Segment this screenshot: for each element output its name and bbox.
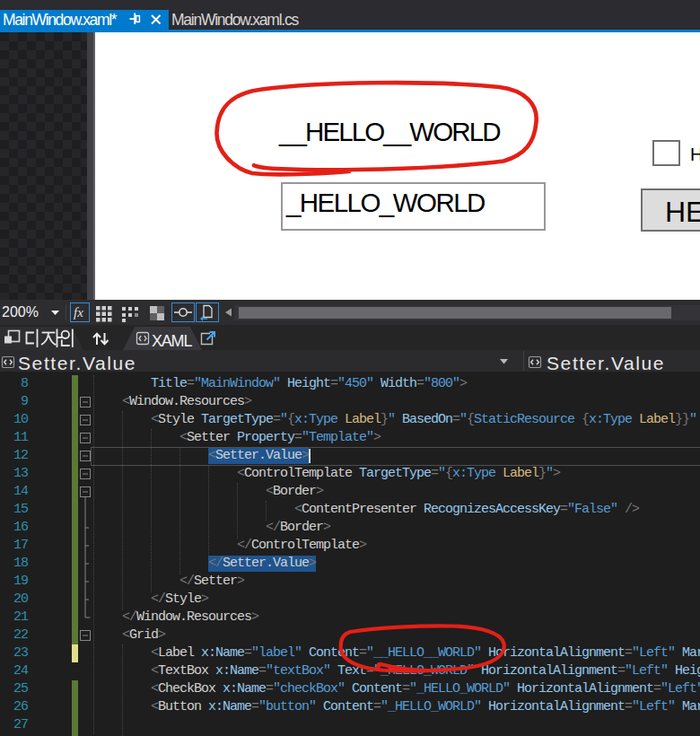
svg-text:fx: fx xyxy=(74,305,83,320)
